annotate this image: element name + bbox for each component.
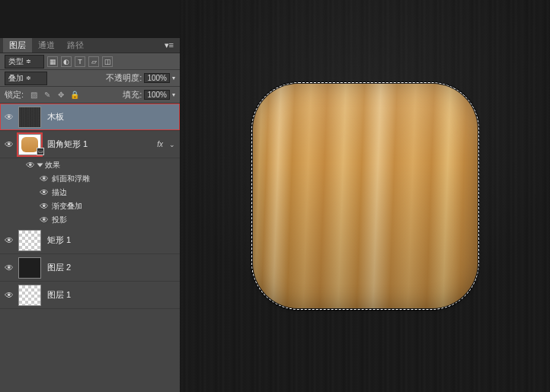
effects-group[interactable]: 👁 效果 [0,158,180,172]
filter-smart-icon[interactable]: ◫ [102,56,113,67]
layer-name: 图层 2 [47,262,71,273]
lock-brush-icon[interactable]: ✎ [42,90,53,100]
effect-name: 斜面和浮雕 [52,174,90,184]
visibility-eye-icon[interactable]: 👁 [0,290,18,301]
filter-text-icon[interactable]: T [75,56,85,67]
tab-paths[interactable]: 路径 [61,38,90,53]
lock-icons: ▨ ✎ ✥ 🔒 [28,90,80,100]
filter-adjust-icon[interactable]: ◐ [61,56,72,67]
chevron-down-icon[interactable]: ▾ [172,91,175,98]
effect-name: 描边 [52,187,67,198]
visibility-eye-icon[interactable]: 👁 [0,139,18,150]
filter-shape-icon[interactable]: ▱ [88,56,99,67]
disclosure-icon[interactable] [37,164,43,167]
fx-indicator[interactable]: fx [157,140,163,148]
lock-transparent-icon[interactable]: ▨ [28,90,39,100]
lock-all-icon[interactable]: 🔒 [69,90,80,100]
effects-label: 效果 [45,160,60,171]
visibility-eye-icon[interactable]: 👁 [0,235,18,246]
layer-row[interactable]: 👁 图层 2 [0,254,180,282]
visibility-eye-icon[interactable]: 👁 [37,215,52,225]
layer-row[interactable]: 👁 矩形 1 [0,227,180,254]
filter-type-row: 类型 ≑ ▦ ◐ T ▱ ◫ [0,53,180,70]
layer-name: 圆角矩形 1 [47,139,88,150]
fill-label: 填充: [123,89,142,100]
filter-type-dropdown[interactable]: 类型 ≑ [5,55,44,69]
blend-mode-dropdown[interactable]: 叠加 ≑ [5,72,47,85]
blend-mode-value: 叠加 [8,73,24,84]
marching-ants-selection [251,82,479,310]
chevron-down-icon: ≑ [26,58,31,65]
effect-item[interactable]: 👁投影 [0,213,180,227]
layer-row[interactable]: 👁 木板 [0,104,180,131]
effect-name: 投影 [52,215,67,225]
blend-row: 叠加 ≑ 不透明度: 100% ▾ [0,70,180,87]
layer-row[interactable]: 👁 ▭ 圆角矩形 1 fx ⌄ [0,131,180,158]
chevron-down-icon[interactable]: ⌄ [169,141,175,148]
effect-item[interactable]: 👁斜面和浮雕 [0,172,180,186]
layer-row[interactable]: 👁 图层 1 [0,282,180,309]
lock-row: 锁定: ▨ ✎ ✥ 🔒 填充: 100% ▾ [0,87,180,104]
visibility-eye-icon[interactable]: 👁 [0,112,18,123]
effect-item[interactable]: 👁描边 [0,186,180,199]
tab-layers[interactable]: 图层 [3,38,32,53]
tab-channels[interactable]: 通道 [32,38,61,53]
opacity-label: 不透明度: [106,72,142,84]
lock-label: 锁定: [5,89,24,100]
layer-thumbnail[interactable] [18,230,41,251]
effect-name: 渐变叠加 [52,201,82,212]
layer-thumbnail[interactable] [18,285,41,306]
rounded-rect-shape[interactable] [253,84,478,308]
opacity-value[interactable]: 100% [144,73,170,83]
visibility-eye-icon[interactable]: 👁 [37,174,52,184]
visibility-eye-icon[interactable]: 👁 [37,187,52,198]
visibility-eye-icon[interactable]: 👁 [37,201,52,212]
visibility-eye-icon[interactable]: 👁 [0,263,18,273]
layer-name: 木板 [47,111,64,123]
fill-value[interactable]: 100% [144,90,170,100]
visibility-eye-icon[interactable]: 👁 [23,160,38,171]
layers-panel: 图层 通道 路径 ▾≡ 类型 ≑ ▦ ◐ T ▱ ◫ 叠加 ≑ 不透明度: 10… [0,38,180,392]
filter-label: 类型 [8,56,24,67]
lock-move-icon[interactable]: ✥ [56,90,66,100]
shape-mask-badge: ▭ [37,148,44,155]
effect-item[interactable]: 👁渐变叠加 [0,199,180,213]
filter-pixel-icon[interactable]: ▦ [47,56,58,67]
panel-menu-icon[interactable]: ▾≡ [161,40,177,50]
layer-name: 矩形 1 [47,234,71,246]
chevron-down-icon: ≑ [26,75,31,81]
layer-thumbnail[interactable] [18,107,41,128]
panel-tabs: 图层 通道 路径 ▾≡ [0,38,180,53]
layer-thumbnail[interactable] [18,257,41,279]
layers-list: 👁 木板 👁 ▭ 圆角矩形 1 fx ⌄ 👁 效果 👁斜面和浮雕 👁描边 👁渐变… [0,104,180,392]
canvas-area[interactable] [180,0,550,392]
layer-name: 图层 1 [47,289,71,301]
chevron-down-icon[interactable]: ▾ [172,75,175,81]
